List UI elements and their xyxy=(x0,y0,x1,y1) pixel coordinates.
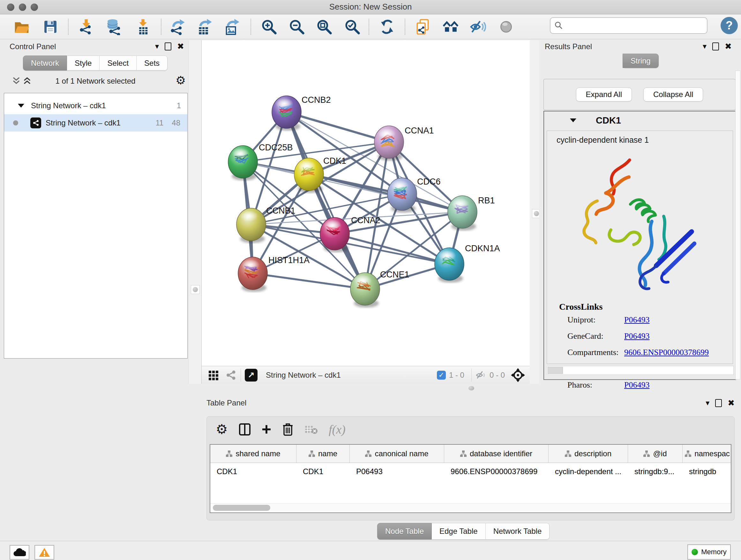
export-network-icon[interactable] xyxy=(167,17,187,36)
node-table[interactable]: shared namenamecanonical namedatabase id… xyxy=(210,444,731,513)
entry-header[interactable]: CDK1 xyxy=(544,111,736,129)
hidden-items-eye-icon[interactable] xyxy=(475,370,486,381)
save-session-icon[interactable] xyxy=(41,17,60,36)
table-cell[interactable]: CDK1 xyxy=(210,467,296,476)
zoom-fit-icon[interactable] xyxy=(315,17,334,36)
column-header-namespac[interactable]: namespac xyxy=(683,445,731,462)
add-column-icon[interactable]: + xyxy=(262,423,271,436)
entry-collapse-icon[interactable] xyxy=(569,118,577,123)
panel-collapse-icon[interactable]: ▾ xyxy=(703,43,706,50)
column-header-canonical-name[interactable]: canonical name xyxy=(350,445,444,462)
expand-all-button[interactable]: Expand All xyxy=(576,87,632,102)
network-node-cdkn1a[interactable]: CDKN1A xyxy=(434,244,500,283)
tab-string[interactable]: String xyxy=(623,54,659,68)
column-header-@id[interactable]: @id xyxy=(628,445,683,462)
scrollbar-thumb[interactable] xyxy=(548,367,563,374)
memory-button[interactable]: Memory xyxy=(687,544,731,560)
table-cell[interactable]: stringdb xyxy=(683,467,731,476)
tab-select[interactable]: Select xyxy=(99,56,137,71)
search-field[interactable] xyxy=(550,17,708,34)
tab-network-table[interactable]: Network Table xyxy=(486,523,550,540)
warnings-button[interactable] xyxy=(35,545,54,560)
left-splitter[interactable] xyxy=(188,40,202,384)
panel-float-icon[interactable] xyxy=(715,399,722,407)
panel-float-icon[interactable] xyxy=(712,43,719,51)
import-network-database-icon[interactable] xyxy=(104,17,123,36)
network-collection-row[interactable]: String Network – cdk1 1 xyxy=(4,97,187,114)
network-node-ccne1[interactable]: CCNE1 xyxy=(350,270,409,307)
selected-items-checkbox[interactable]: ✓ xyxy=(437,371,446,380)
column-header-description[interactable]: description xyxy=(549,445,628,462)
zoom-out-icon[interactable] xyxy=(287,17,307,36)
panel-close-icon[interactable]: ✖ xyxy=(725,42,732,51)
crosslink-link[interactable]: P06493 xyxy=(624,315,650,325)
network-options-gear-icon[interactable]: ⚙ xyxy=(176,75,186,86)
scrollbar-thumb[interactable] xyxy=(213,505,270,511)
export-table-icon[interactable] xyxy=(195,17,214,36)
tree-expand-icon[interactable] xyxy=(17,103,24,108)
zoom-in-icon[interactable] xyxy=(259,17,279,36)
column-header-name[interactable]: name xyxy=(296,445,350,462)
tab-network[interactable]: Network xyxy=(23,56,67,71)
collapse-all-button[interactable]: Collapse All xyxy=(643,87,703,102)
tab-edge-table[interactable]: Edge Table xyxy=(432,523,486,540)
show-all-icon[interactable] xyxy=(496,17,516,36)
panel-collapse-icon[interactable]: ▾ xyxy=(155,43,159,50)
network-node-cdk1[interactable]: CDK1 xyxy=(294,156,346,193)
table-cell[interactable]: CDK1 xyxy=(296,467,350,476)
apply-layout-icon[interactable] xyxy=(378,17,397,36)
hide-selected-icon[interactable] xyxy=(468,17,487,36)
export-image-icon[interactable] xyxy=(222,17,241,36)
grid-view-icon[interactable] xyxy=(208,369,219,381)
delete-column-trash-icon[interactable] xyxy=(282,423,293,436)
results-scroll-strip[interactable] xyxy=(735,71,740,380)
network-graph[interactable]: CCNB2CCNA1CDC25BCDK1CDC6RB1CCNB1CCNA2CDK… xyxy=(202,40,530,366)
table-cell[interactable]: 9606.ENSP00000378699 xyxy=(444,467,549,476)
table-row[interactable]: CDK1CDK1P064939606.ENSP00000378699cyclin… xyxy=(210,463,731,480)
table-toolbar: ⚙ + f(x) xyxy=(207,417,734,442)
table-settings-gear-icon[interactable]: ⚙ xyxy=(216,423,228,436)
open-session-icon[interactable] xyxy=(12,17,31,36)
import-network-file-icon[interactable] xyxy=(77,17,96,36)
first-neighbors-icon[interactable] xyxy=(441,17,460,36)
new-network-from-selection-icon[interactable] xyxy=(413,17,432,36)
network-node-ccnb1[interactable]: CCNB1 xyxy=(237,206,295,243)
results-horizontal-scrollbar[interactable] xyxy=(547,366,734,375)
network-node-rb1[interactable]: RB1 xyxy=(448,196,495,231)
network-view-canvas[interactable]: CCNB2CCNA1CDC25BCDK1CDC6RB1CCNB1CCNA2CDK… xyxy=(201,40,530,366)
column-header-shared-name[interactable]: shared name xyxy=(210,445,296,462)
column-header-database-identifier[interactable]: database identifier xyxy=(444,445,549,462)
panel-collapse-icon[interactable]: ▾ xyxy=(705,399,710,407)
panel-close-icon[interactable]: ✖ xyxy=(177,42,184,51)
zoom-selected-icon[interactable] xyxy=(343,17,362,36)
table-horizontal-scrollbar[interactable] xyxy=(210,503,731,512)
help-icon[interactable]: ? xyxy=(721,17,738,34)
cloud-button[interactable] xyxy=(10,545,29,560)
panel-float-icon[interactable] xyxy=(165,43,172,51)
network-row-selected[interactable]: String Network – cdk1 11 48 xyxy=(4,114,187,132)
tab-node-table[interactable]: Node Table xyxy=(377,523,432,540)
horizontal-splitter-handle[interactable] xyxy=(468,386,474,390)
function-builder-icon[interactable]: f(x) xyxy=(329,422,346,436)
network-node-hist1h1a[interactable]: HIST1H1A xyxy=(238,255,310,292)
open-in-window-icon[interactable]: ↗ xyxy=(245,369,258,381)
panel-close-icon[interactable]: ✖ xyxy=(728,399,735,407)
table-cell[interactable]: stringdb:9... xyxy=(628,467,683,476)
left-splitter-handle[interactable] xyxy=(191,285,200,294)
import-table-file-icon[interactable] xyxy=(133,17,152,36)
network-edge[interactable] xyxy=(286,112,389,142)
network-edge[interactable] xyxy=(253,273,365,289)
tab-style[interactable]: Style xyxy=(67,56,99,71)
search-input[interactable] xyxy=(563,21,698,30)
network-node-ccnb2[interactable]: CCNB2 xyxy=(272,95,331,131)
crosslink-link[interactable]: P06493 xyxy=(624,380,650,390)
pan-crosshair-icon[interactable] xyxy=(511,368,525,382)
crosslink-link[interactable]: 9606.ENSP00000378699 xyxy=(624,348,709,357)
table-cell[interactable]: P06493 xyxy=(350,467,444,476)
table-cell[interactable]: cyclin-dependent ... xyxy=(549,467,628,476)
column-header-label: namespac xyxy=(694,449,730,458)
show-columns-icon[interactable] xyxy=(239,423,251,436)
network-share-icon[interactable] xyxy=(225,369,237,381)
tab-sets[interactable]: Sets xyxy=(137,56,167,71)
crosslink-link[interactable]: P06493 xyxy=(624,331,650,341)
